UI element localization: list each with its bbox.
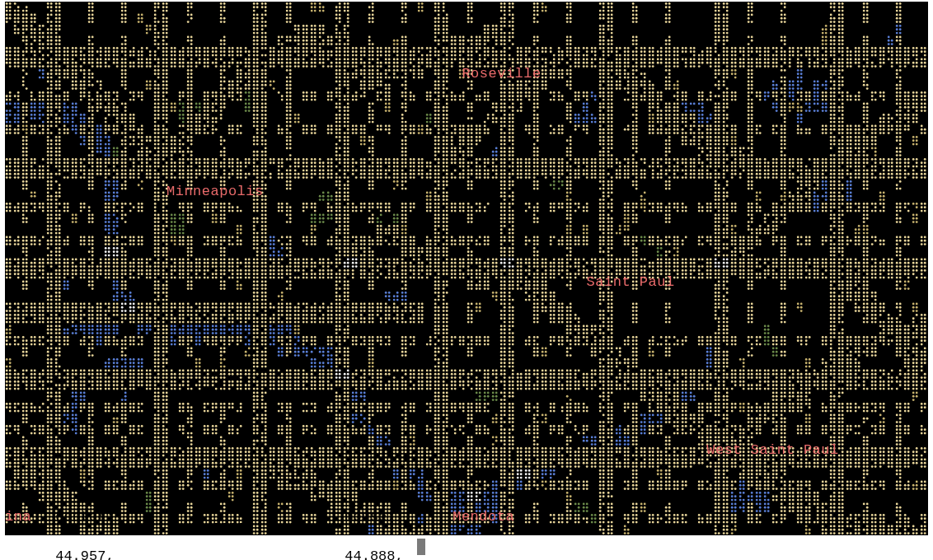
center-lat: 44.957	[55, 548, 105, 560]
app-frame: RosevilleMinneapolisSaint PaulWest Saint…	[0, 0, 933, 560]
ascii-map-canvas[interactable]	[5, 2, 928, 535]
map-viewport[interactable]: RosevilleMinneapolisSaint PaulWest Saint…	[5, 2, 928, 535]
center-key: center:	[55, 509, 114, 525]
mouse-key: mouse:	[345, 509, 395, 525]
terminal-cursor	[417, 539, 425, 555]
zoom-key: zoom:	[213, 519, 255, 534]
status-bar: center: 44.957, -93.179 zoom: 9.32 mouse…	[5, 537, 928, 557]
mouse-lat: 44.888	[345, 548, 395, 560]
